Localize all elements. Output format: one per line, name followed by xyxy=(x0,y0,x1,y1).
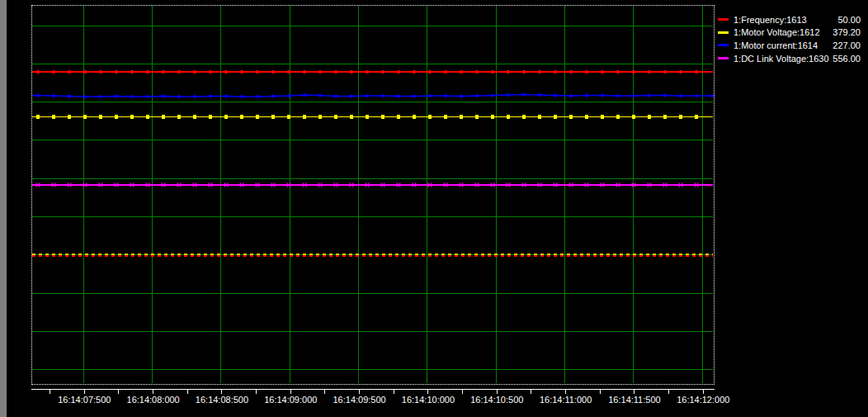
x-axis-tick-label: 16:14:07:500 xyxy=(58,395,111,405)
legend-signal-name: 1:Motor current:1614 xyxy=(734,40,818,50)
legend-signal-value: 227.00 xyxy=(829,40,861,50)
trace-1614 xyxy=(32,92,715,99)
legend-item[interactable]: 1:Motor Voltage:1612379.20 xyxy=(718,26,861,40)
legend-signal-value: 379.20 xyxy=(829,27,861,37)
trend-monitor-window: 16:14:07:50016:14:08:00016:14:08:50016:1… xyxy=(0,0,868,417)
x-axis-tick-label: 16:14:08:000 xyxy=(127,395,180,405)
x-axis-tick-label: 16:14:12:000 xyxy=(677,395,729,405)
legend-signal-value: 50.00 xyxy=(834,15,861,25)
legend-color-swatch-icon xyxy=(718,18,729,21)
legend-item[interactable]: 1:DC Link Voltage:1630556.00 xyxy=(718,52,861,65)
trace-1630 xyxy=(32,183,713,187)
legend-color-swatch-icon xyxy=(718,57,729,59)
plot-area xyxy=(32,6,715,383)
x-axis-line-group xyxy=(31,390,715,394)
legend-signal-name: 1:Motor Voltage:1612 xyxy=(734,27,820,37)
legend-signal-name: 1:DC Link Voltage:1630 xyxy=(734,54,829,64)
x-axis-tick-label: 16:14:11:500 xyxy=(608,395,660,405)
legend-signal-value: 556.00 xyxy=(829,54,861,64)
x-axis-tick-label: 16:14:10:000 xyxy=(402,395,455,405)
x-axis-tick-label: 16:14:09:000 xyxy=(264,395,317,405)
trace-1612 xyxy=(32,115,713,118)
x-axis-tick-label: 16:14:08:500 xyxy=(196,395,248,405)
legend-color-swatch-icon xyxy=(718,31,729,34)
legend: 1:Frequency:161350.001:Motor Voltage:161… xyxy=(718,13,861,64)
trace-1613 xyxy=(32,70,713,73)
x-axis-tick-label: 16:14:10:500 xyxy=(470,395,523,405)
legend-color-swatch-icon xyxy=(718,44,729,46)
legend-signal-name: 1:Frequency:1613 xyxy=(734,15,807,25)
x-axis-tick-label: 16:14:11:000 xyxy=(540,395,592,405)
x-axis-tick-label: 16:14:09:500 xyxy=(333,395,385,405)
legend-item[interactable]: 1:Frequency:161350.00 xyxy=(718,13,861,26)
legend-item[interactable]: 1:Motor current:1614227.00 xyxy=(718,39,861,52)
